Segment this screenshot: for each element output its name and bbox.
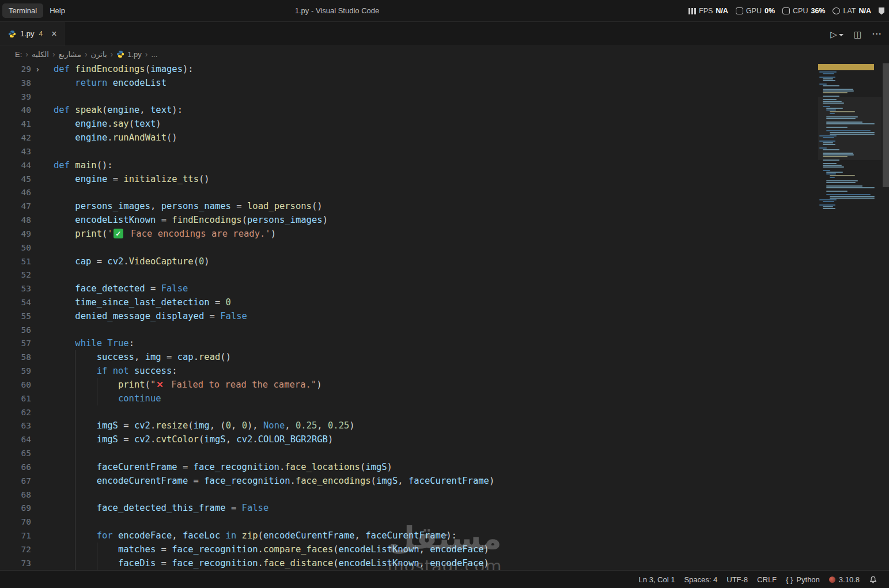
pin-icon: [879, 7, 884, 15]
perf-value: N/A: [858, 7, 871, 15]
code-line-64[interactable]: 64imgS = cv2.cvtColor(imgS, cv2.COLOR_BG…: [0, 433, 889, 446]
breadcrumb-item[interactable]: باترن: [91, 50, 107, 59]
token: .: [107, 119, 112, 129]
code-line-49[interactable]: 49print('✓ Face encodings are ready.'): [0, 227, 889, 241]
status-cursor-position[interactable]: Ln 3, Col 1: [634, 575, 680, 584]
code-line-46[interactable]: 46: [0, 185, 889, 199]
token: (: [333, 544, 338, 555]
status-eol[interactable]: CRLF: [752, 575, 781, 584]
token: ): [271, 229, 276, 239]
code-line-41[interactable]: 41engine.say(text): [0, 117, 889, 131]
code-line-62[interactable]: 62: [0, 405, 889, 419]
status-python-version[interactable]: 3.10.8: [824, 575, 864, 584]
code-line-56[interactable]: 56: [0, 323, 889, 337]
token: ): [328, 434, 333, 445]
code-line-50[interactable]: 50: [0, 241, 889, 255]
token: (): [220, 352, 231, 362]
code-line-45[interactable]: 45engine = initialize_tts(): [0, 172, 889, 186]
code-line-70[interactable]: 70: [0, 515, 889, 529]
bell-icon: [869, 575, 877, 584]
menu-help[interactable]: Help: [43, 3, 71, 18]
code-line-54[interactable]: 54time_since_last_detection = 0: [0, 295, 889, 309]
token: =: [118, 420, 134, 431]
code-line-69[interactable]: 69face_detected_this_frame = False: [0, 502, 889, 515]
code-line-72[interactable]: 72matches = face_recognition.compare_fac…: [0, 543, 889, 556]
fold-chevron-icon[interactable]: ›: [36, 65, 39, 74]
perf-value: 36%: [811, 7, 825, 15]
breadcrumb-item[interactable]: الكليه: [32, 50, 49, 59]
perf-label: CPU: [793, 7, 808, 15]
close-tab-icon[interactable]: ×: [51, 29, 56, 39]
breadcrumb: E:›الكليه›مشاريع›باترن›1.py›...: [0, 46, 889, 62]
tab-1py[interactable]: 1.py 4 ×: [0, 22, 65, 45]
minimap-row: [819, 71, 837, 73]
code-line-52[interactable]: 52: [0, 268, 889, 282]
menu-terminal[interactable]: Terminal: [2, 3, 43, 18]
breadcrumb-item[interactable]: ...: [151, 50, 157, 59]
status-encoding[interactable]: UTF-8: [722, 575, 752, 584]
line-number: 59: [0, 366, 31, 375]
token: encodeListKnown: [339, 558, 419, 568]
run-dropdown-icon: [839, 34, 843, 36]
token: runAndWait: [113, 132, 167, 143]
code-line-51[interactable]: 51cap = cv2.VideoCapture(0): [0, 255, 889, 268]
code-line-29[interactable]: 29›def findEncodings(images):: [0, 62, 889, 76]
minimap-row: [823, 101, 842, 102]
code-line-67[interactable]: 67encodeCurentFrame = face_recognition.f…: [0, 474, 889, 488]
breadcrumb-item[interactable]: مشاريع: [59, 50, 81, 59]
minimap-row: [819, 125, 882, 126]
code-line-60[interactable]: 60print("✕ Failed to read the camera."): [0, 378, 889, 392]
indent-guide: [54, 556, 75, 570]
code-line-55[interactable]: 55denied_message_displayed = False: [0, 309, 889, 323]
code-line-63[interactable]: 63imgS = cv2.resize(img, (0, 0), None, 0…: [0, 419, 889, 433]
code-line-53[interactable]: 53face_detected = False: [0, 282, 889, 295]
code-line-43[interactable]: 43: [0, 145, 889, 158]
token: (: [242, 215, 247, 225]
code-line-71[interactable]: 71for encodeFace, faceLoc in zip(encodeC…: [0, 529, 889, 543]
split-editor-button[interactable]: ◫: [854, 30, 862, 39]
token: ,: [398, 476, 408, 486]
editor[interactable]: 29›def findEncodings(images):38return en…: [0, 62, 889, 570]
status-notifications[interactable]: [864, 575, 882, 584]
token: ):: [172, 105, 183, 115]
minimap-row: [830, 198, 875, 199]
code-line-47[interactable]: 47persons_images, persons_names = load_p…: [0, 199, 889, 213]
code-line-59[interactable]: 59if not success:: [0, 364, 889, 378]
code-line-65[interactable]: 65: [0, 446, 889, 460]
indent-guide: [54, 241, 75, 255]
cpu-icon: [782, 7, 790, 14]
code-line-58[interactable]: 58success, img = cap.read(): [0, 350, 889, 364]
indent-guide: [54, 392, 75, 405]
python-env-icon: [829, 576, 835, 583]
line-number: 65: [0, 449, 31, 458]
breadcrumb-item[interactable]: E:: [15, 50, 22, 59]
code-line-68[interactable]: 68: [0, 488, 889, 502]
minimap-row: [823, 160, 839, 161]
minimap[interactable]: [818, 62, 882, 215]
line-number: 61: [0, 394, 31, 403]
breadcrumb-item[interactable]: 1.py: [116, 50, 142, 59]
status-indentation[interactable]: Spaces: 4: [679, 575, 722, 584]
line-content: engine.runAndWait(): [54, 131, 177, 145]
minimap-row: [819, 128, 882, 130]
code-line-73[interactable]: 73faceDis = face_recognition.face_distan…: [0, 556, 889, 570]
scrollbar[interactable]: [883, 63, 889, 187]
code-line-38[interactable]: 38return encodeList: [0, 76, 889, 90]
code-line-61[interactable]: 61continue: [0, 392, 889, 405]
status-language-mode[interactable]: { }Python: [781, 575, 824, 584]
code-line-48[interactable]: 48encodeListKnown = findEncodings(person…: [0, 213, 889, 227]
line-number: 60: [0, 380, 31, 389]
code-line-57[interactable]: 57while True:: [0, 337, 889, 351]
window-title: 1.py - Visual Studio Code: [295, 6, 379, 15]
code-line-42[interactable]: 42engine.runAndWait(): [0, 131, 889, 145]
fps-icon: [688, 8, 696, 14]
more-actions-button[interactable]: ···: [872, 30, 882, 38]
code-line-39[interactable]: 39: [0, 90, 889, 104]
run-button[interactable]: ▷: [830, 30, 843, 39]
code-line-66[interactable]: 66faceCurentFrame = face_recognition.fac…: [0, 460, 889, 474]
code-line-44[interactable]: 44def main():: [0, 158, 889, 172]
token: engine: [75, 119, 107, 129]
code-line-40[interactable]: 40def speak(engine, text):: [0, 103, 889, 117]
token: in: [220, 530, 241, 541]
line-number: 56: [0, 325, 31, 335]
